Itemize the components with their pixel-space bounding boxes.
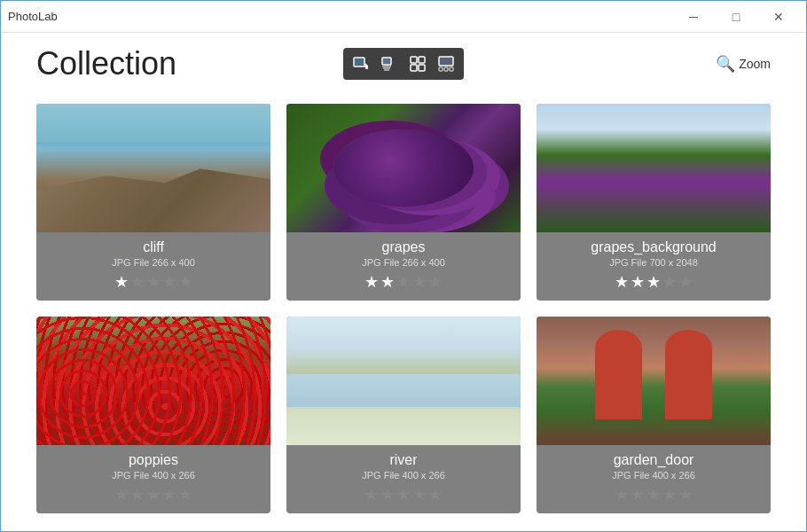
star-1[interactable]: ★ — [114, 272, 129, 292]
title-bar: PhotoLab ─ □ ✕ — [1, 1, 806, 33]
photo-info-poppies: poppiesJPG File 400 x 266★★★★★ — [36, 445, 270, 513]
photo-meta-cliff: JPG File 266 x 400 — [42, 257, 265, 268]
photo-grid: cliffJPG File 266 x 400★★★★★grapesJPG Fi… — [1, 95, 806, 531]
star-5[interactable]: ★ — [178, 485, 192, 505]
zoom-label: Zoom — [739, 57, 771, 71]
photo-meta-river: JPG File 400 x 266 — [292, 470, 515, 481]
photo-meta-poppies: JPG File 400 x 266 — [42, 470, 265, 481]
photo-info-cliff: cliffJPG File 266 x 400★★★★★ — [36, 232, 270, 301]
photo-stars-cliff[interactable]: ★★★★★ — [42, 272, 265, 292]
photo-name-grapes: grapes — [292, 239, 515, 255]
star-1[interactable]: ★ — [615, 485, 629, 505]
photo-card-grapes_background[interactable]: grapes_backgroundJPG File 700 x 2048★★★★… — [537, 104, 771, 301]
svg-rect-14 — [444, 67, 448, 71]
star-5[interactable]: ★ — [428, 272, 443, 292]
photo-info-river: riverJPG File 400 x 266★★★★★ — [286, 445, 521, 513]
app-window: PhotoLab ─ □ ✕ Collection — [0, 0, 807, 532]
star-2[interactable]: ★ — [380, 272, 395, 292]
photo-meta-garden_door: JPG File 400 x 266 — [542, 470, 765, 481]
star-3[interactable]: ★ — [646, 272, 661, 292]
photo-meta-grapes_background: JPG File 700 x 2048 — [542, 257, 765, 268]
photo-info-garden_door: garden_doorJPG File 400 x 266★★★★★ — [537, 445, 771, 513]
window-controls: ─ □ ✕ — [673, 4, 799, 30]
photo-stars-river[interactable]: ★★★★★ — [292, 485, 515, 505]
view-grid-icon — [410, 56, 426, 72]
star-3[interactable]: ★ — [396, 272, 411, 292]
photo-stars-grapes[interactable]: ★★★★★ — [292, 272, 515, 292]
photo-info-grapes: grapesJPG File 266 x 400★★★★★ — [286, 232, 521, 301]
view-filmstrip-icon — [438, 56, 454, 72]
photo-card-garden_door[interactable]: garden_doorJPG File 400 x 266★★★★★ — [537, 317, 771, 513]
photo-thumb-grapes_background — [537, 104, 771, 232]
photo-info-grapes_background: grapes_backgroundJPG File 700 x 2048★★★★… — [537, 232, 771, 301]
star-2[interactable]: ★ — [380, 485, 395, 505]
star-5[interactable]: ★ — [178, 272, 192, 292]
view-single-button[interactable] — [377, 51, 402, 76]
view-single-icon — [381, 56, 397, 72]
maximize-button[interactable]: □ — [716, 4, 756, 30]
photo-stars-poppies[interactable]: ★★★★★ — [42, 485, 265, 505]
zoom-button[interactable]: 🔍 Zoom — [716, 54, 771, 74]
photo-card-cliff[interactable]: cliffJPG File 266 x 400★★★★★ — [36, 104, 270, 301]
svg-rect-7 — [411, 57, 417, 63]
photo-card-grapes[interactable]: grapesJPG File 266 x 400★★★★★ — [286, 104, 521, 301]
star-4[interactable]: ★ — [662, 272, 677, 292]
photo-card-poppies[interactable]: poppiesJPG File 400 x 266★★★★★ — [36, 317, 270, 513]
star-4[interactable]: ★ — [662, 485, 677, 505]
star-4[interactable]: ★ — [162, 485, 176, 505]
star-1[interactable]: ★ — [364, 485, 379, 505]
header-right: 🔍 Zoom — [464, 54, 771, 74]
star-4[interactable]: ★ — [162, 272, 176, 292]
star-2[interactable]: ★ — [130, 485, 145, 505]
photo-stars-grapes_background[interactable]: ★★★★★ — [542, 272, 765, 292]
star-1[interactable]: ★ — [364, 272, 379, 292]
minimize-button[interactable]: ─ — [673, 4, 714, 30]
photo-thumb-river — [286, 317, 521, 445]
photo-name-grapes_background: grapes_background — [542, 239, 765, 255]
search-icon: 🔍 — [716, 54, 735, 74]
photo-card-river[interactable]: riverJPG File 400 x 266★★★★★ — [286, 317, 521, 513]
view-grid-button[interactable] — [405, 51, 430, 76]
star-1[interactable]: ★ — [615, 272, 629, 292]
photo-thumb-garden_door — [537, 317, 771, 445]
photo-thumb-poppies — [36, 317, 270, 445]
svg-rect-10 — [419, 65, 425, 71]
photo-thumb-cliff — [36, 104, 270, 232]
photo-thumb-grapes — [286, 104, 521, 232]
star-3[interactable]: ★ — [646, 485, 661, 505]
star-4[interactable]: ★ — [412, 272, 427, 292]
photo-name-poppies: poppies — [42, 452, 265, 468]
photo-stars-garden_door[interactable]: ★★★★★ — [542, 485, 765, 505]
photo-name-garden_door: garden_door — [542, 452, 765, 468]
svg-rect-9 — [411, 65, 417, 71]
svg-rect-12 — [440, 58, 452, 65]
star-5[interactable]: ★ — [678, 272, 693, 292]
photo-meta-grapes: JPG File 266 x 400 — [292, 257, 515, 268]
photo-name-cliff: cliff — [42, 239, 265, 255]
page-title: Collection — [36, 45, 343, 82]
star-2[interactable]: ★ — [130, 272, 145, 292]
svg-rect-1 — [355, 59, 364, 66]
view-filmstrip-button[interactable] — [434, 51, 458, 76]
header: Collection — [1, 33, 806, 95]
photo-name-river: river — [292, 452, 515, 468]
import-button[interactable] — [349, 51, 373, 76]
star-3[interactable]: ★ — [146, 272, 161, 292]
svg-rect-8 — [419, 57, 425, 63]
star-5[interactable]: ★ — [428, 485, 443, 505]
star-2[interactable]: ★ — [631, 485, 645, 505]
star-5[interactable]: ★ — [678, 485, 693, 505]
app-title: PhotoLab — [8, 10, 58, 23]
star-1[interactable]: ★ — [114, 485, 129, 505]
svg-rect-13 — [439, 67, 443, 71]
svg-rect-15 — [450, 67, 453, 71]
svg-rect-3 — [383, 59, 390, 64]
toolbar — [343, 48, 464, 80]
star-3[interactable]: ★ — [146, 485, 161, 505]
star-3[interactable]: ★ — [396, 485, 411, 505]
import-icon — [353, 56, 369, 72]
star-4[interactable]: ★ — [412, 485, 427, 505]
close-button[interactable]: ✕ — [758, 4, 799, 30]
star-2[interactable]: ★ — [631, 272, 645, 292]
